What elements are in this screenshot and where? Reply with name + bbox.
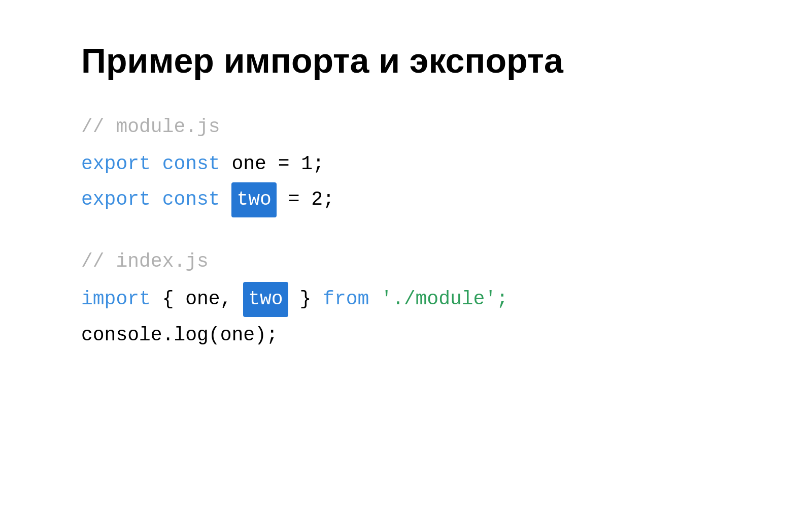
- module-code-block: // module.js export const one = 1; expor…: [81, 111, 731, 217]
- import-path: './module';: [369, 288, 508, 310]
- console-log: console.log(one);: [81, 324, 278, 346]
- index-code-block: // index.js import { one, two } from './…: [81, 245, 731, 352]
- export-const-keyword-2: export const: [81, 188, 220, 210]
- export-line-2: export const two = 2;: [81, 182, 731, 217]
- two-highlight-import: two: [243, 282, 288, 317]
- export-line-1-rest: one = 1;: [220, 153, 324, 175]
- index-comment: // index.js: [81, 245, 731, 278]
- page-title: Пример импорта и экспорта: [81, 41, 731, 80]
- export-line-1: export const one = 1;: [81, 148, 731, 181]
- page-container: Пример импорта и экспорта // module.js e…: [0, 0, 812, 421]
- import-brace-close: }: [288, 288, 323, 310]
- export-const-keyword-1: export const: [81, 153, 220, 175]
- import-brace-open: { one,: [151, 288, 243, 310]
- two-highlight-export: two: [231, 182, 276, 217]
- module-section: // module.js export const one = 1; expor…: [81, 111, 731, 217]
- index-section: // index.js import { one, two } from './…: [81, 245, 731, 352]
- import-line: import { one, two } from './module';: [81, 282, 731, 317]
- console-line: console.log(one);: [81, 319, 731, 352]
- import-keyword: import: [81, 288, 151, 310]
- space-before-highlight: [220, 188, 232, 210]
- export-line-2-rest: = 2;: [277, 188, 334, 210]
- from-keyword: from: [323, 288, 369, 310]
- module-comment: // module.js: [81, 111, 731, 144]
